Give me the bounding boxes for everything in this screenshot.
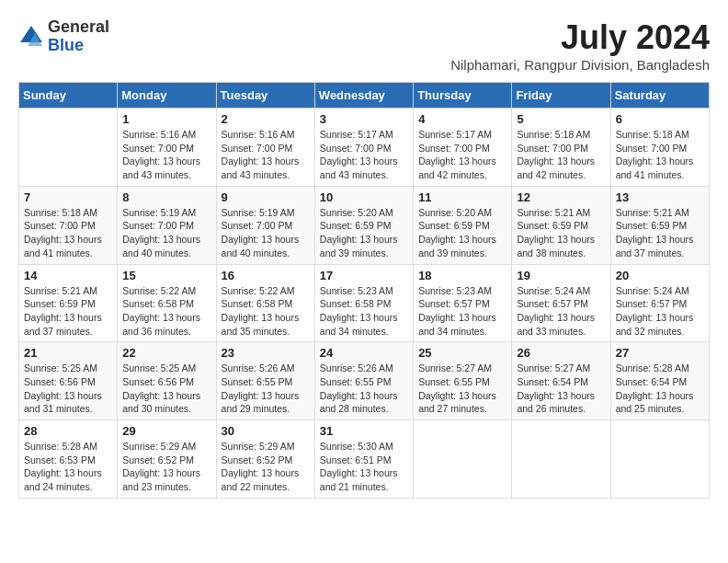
day-number: 23 (222, 346, 310, 360)
day-info: Sunrise: 5:22 AM Sunset: 6:58 PM Dayligh… (122, 284, 210, 339)
day-info: Sunrise: 5:24 AM Sunset: 6:57 PM Dayligh… (616, 284, 704, 339)
day-info: Sunrise: 5:18 AM Sunset: 7:00 PM Dayligh… (24, 206, 112, 260)
day-number: 22 (122, 346, 210, 360)
day-info: Sunrise: 5:28 AM Sunset: 6:54 PM Dayligh… (616, 362, 704, 416)
day-number: 9 (222, 190, 310, 204)
calendar-cell: 12Sunrise: 5:21 AM Sunset: 6:59 PM Dayli… (512, 186, 610, 264)
calendar-cell (512, 420, 610, 499)
calendar-cell: 17Sunrise: 5:23 AM Sunset: 6:58 PM Dayli… (314, 264, 413, 342)
calendar-week-row: 21Sunrise: 5:25 AM Sunset: 6:56 PM Dayli… (19, 342, 710, 420)
calendar-cell: 15Sunrise: 5:22 AM Sunset: 6:58 PM Dayli… (118, 264, 216, 342)
calendar-cell: 31Sunrise: 5:30 AM Sunset: 6:51 PM Dayli… (314, 420, 413, 499)
day-info: Sunrise: 5:20 AM Sunset: 6:59 PM Dayligh… (320, 206, 408, 260)
calendar-cell: 25Sunrise: 5:27 AM Sunset: 6:55 PM Dayli… (414, 342, 512, 420)
day-number: 8 (122, 190, 210, 204)
page-header: General Blue July 2024 Nilphamari, Rangp… (18, 18, 710, 73)
calendar-cell: 27Sunrise: 5:28 AM Sunset: 6:54 PM Dayli… (610, 342, 709, 420)
day-info: Sunrise: 5:29 AM Sunset: 6:52 PM Dayligh… (122, 440, 210, 494)
location-subtitle: Nilphamari, Rangpur Division, Bangladesh (450, 57, 710, 73)
day-number: 19 (517, 269, 605, 282)
day-info: Sunrise: 5:21 AM Sunset: 6:59 PM Dayligh… (616, 206, 704, 260)
calendar-cell: 2Sunrise: 5:16 AM Sunset: 7:00 PM Daylig… (216, 109, 314, 187)
day-info: Sunrise: 5:27 AM Sunset: 6:55 PM Dayligh… (418, 362, 506, 416)
calendar-cell: 22Sunrise: 5:25 AM Sunset: 6:56 PM Dayli… (118, 342, 216, 420)
calendar-header-sunday: Sunday (19, 83, 118, 109)
calendar-cell: 10Sunrise: 5:20 AM Sunset: 6:59 PM Dayli… (314, 186, 413, 264)
calendar-cell: 8Sunrise: 5:19 AM Sunset: 7:00 PM Daylig… (118, 186, 216, 264)
day-number: 11 (418, 190, 506, 204)
day-number: 13 (616, 190, 704, 204)
calendar-cell: 30Sunrise: 5:29 AM Sunset: 6:52 PM Dayli… (216, 420, 314, 499)
calendar-cell: 1Sunrise: 5:16 AM Sunset: 7:00 PM Daylig… (118, 109, 216, 187)
day-number: 2 (222, 112, 310, 126)
calendar-cell: 18Sunrise: 5:23 AM Sunset: 6:57 PM Dayli… (414, 264, 512, 342)
day-info: Sunrise: 5:18 AM Sunset: 7:00 PM Dayligh… (517, 128, 605, 182)
calendar-header-tuesday: Tuesday (216, 83, 314, 109)
calendar-header-row: SundayMondayTuesdayWednesdayThursdayFrid… (19, 83, 710, 109)
day-number: 26 (517, 346, 605, 360)
calendar-cell: 24Sunrise: 5:26 AM Sunset: 6:55 PM Dayli… (314, 342, 413, 420)
calendar-cell: 5Sunrise: 5:18 AM Sunset: 7:00 PM Daylig… (512, 109, 610, 187)
day-number: 25 (418, 346, 506, 360)
day-info: Sunrise: 5:26 AM Sunset: 6:55 PM Dayligh… (320, 362, 408, 416)
day-number: 20 (616, 269, 704, 282)
day-info: Sunrise: 5:21 AM Sunset: 6:59 PM Dayligh… (24, 284, 112, 339)
calendar-cell: 6Sunrise: 5:18 AM Sunset: 7:00 PM Daylig… (610, 109, 709, 187)
calendar-week-row: 14Sunrise: 5:21 AM Sunset: 6:59 PM Dayli… (19, 264, 710, 342)
day-info: Sunrise: 5:17 AM Sunset: 7:00 PM Dayligh… (320, 128, 408, 182)
calendar-header-thursday: Thursday (414, 83, 512, 109)
month-year-title: July 2024 (450, 18, 710, 57)
day-info: Sunrise: 5:23 AM Sunset: 6:58 PM Dayligh… (320, 284, 408, 339)
day-info: Sunrise: 5:28 AM Sunset: 6:53 PM Dayligh… (24, 440, 112, 494)
calendar-cell (414, 420, 512, 499)
day-number: 5 (517, 112, 605, 126)
calendar-cell: 28Sunrise: 5:28 AM Sunset: 6:53 PM Dayli… (19, 420, 118, 499)
day-number: 15 (122, 269, 210, 282)
calendar-cell: 7Sunrise: 5:18 AM Sunset: 7:00 PM Daylig… (19, 186, 118, 264)
day-info: Sunrise: 5:25 AM Sunset: 6:56 PM Dayligh… (24, 362, 112, 416)
calendar-cell: 4Sunrise: 5:17 AM Sunset: 7:00 PM Daylig… (414, 109, 512, 187)
day-number: 3 (320, 112, 408, 126)
day-info: Sunrise: 5:16 AM Sunset: 7:00 PM Dayligh… (122, 128, 210, 182)
day-info: Sunrise: 5:21 AM Sunset: 6:59 PM Dayligh… (517, 206, 605, 260)
title-area: July 2024 Nilphamari, Rangpur Division, … (450, 18, 710, 73)
calendar-cell: 16Sunrise: 5:22 AM Sunset: 6:58 PM Dayli… (216, 264, 314, 342)
day-number: 18 (418, 269, 506, 282)
calendar-week-row: 28Sunrise: 5:28 AM Sunset: 6:53 PM Dayli… (19, 420, 710, 499)
logo-general: General (48, 18, 109, 37)
calendar-cell: 3Sunrise: 5:17 AM Sunset: 7:00 PM Daylig… (314, 109, 413, 187)
day-info: Sunrise: 5:16 AM Sunset: 7:00 PM Dayligh… (222, 128, 310, 182)
day-number: 27 (616, 346, 704, 360)
day-number: 12 (517, 190, 605, 204)
day-info: Sunrise: 5:17 AM Sunset: 7:00 PM Dayligh… (418, 128, 506, 182)
calendar-header-friday: Friday (512, 83, 610, 109)
calendar-cell: 19Sunrise: 5:24 AM Sunset: 6:57 PM Dayli… (512, 264, 610, 342)
calendar-week-row: 7Sunrise: 5:18 AM Sunset: 7:00 PM Daylig… (19, 186, 710, 264)
calendar-header-monday: Monday (118, 83, 216, 109)
day-number: 31 (320, 424, 408, 438)
calendar-cell: 13Sunrise: 5:21 AM Sunset: 6:59 PM Dayli… (610, 186, 709, 264)
day-info: Sunrise: 5:19 AM Sunset: 7:00 PM Dayligh… (122, 206, 210, 260)
calendar-table: SundayMondayTuesdayWednesdayThursdayFrid… (18, 82, 710, 499)
logo-text: General Blue (48, 18, 109, 55)
day-info: Sunrise: 5:27 AM Sunset: 6:54 PM Dayligh… (517, 362, 605, 416)
calendar-cell: 23Sunrise: 5:26 AM Sunset: 6:55 PM Dayli… (216, 342, 314, 420)
day-number: 29 (122, 424, 210, 438)
day-info: Sunrise: 5:23 AM Sunset: 6:57 PM Dayligh… (418, 284, 506, 339)
day-number: 6 (616, 112, 704, 126)
day-number: 7 (24, 190, 112, 204)
day-number: 10 (320, 190, 408, 204)
day-number: 14 (24, 269, 112, 282)
day-number: 17 (320, 269, 408, 282)
calendar-cell: 26Sunrise: 5:27 AM Sunset: 6:54 PM Dayli… (512, 342, 610, 420)
calendar-header-wednesday: Wednesday (314, 83, 413, 109)
day-number: 21 (24, 346, 112, 360)
calendar-cell (610, 420, 709, 499)
day-info: Sunrise: 5:24 AM Sunset: 6:57 PM Dayligh… (517, 284, 605, 339)
day-number: 28 (24, 424, 112, 438)
calendar-cell: 29Sunrise: 5:29 AM Sunset: 6:52 PM Dayli… (118, 420, 216, 499)
day-number: 4 (418, 112, 506, 126)
day-info: Sunrise: 5:20 AM Sunset: 6:59 PM Dayligh… (418, 206, 506, 260)
calendar-header-saturday: Saturday (610, 83, 709, 109)
logo-icon (18, 24, 44, 50)
